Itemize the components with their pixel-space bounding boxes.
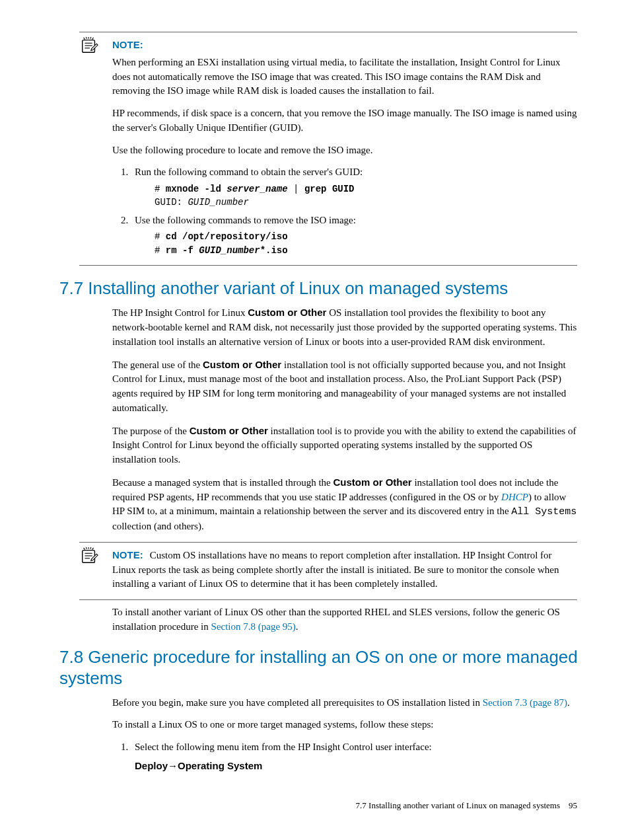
section-7-8-link[interactable]: Section 7.8 (page 95) xyxy=(211,621,296,632)
note-block-1: NOTE: When performing an ESXi installati… xyxy=(112,38,577,257)
note-label: NOTE: xyxy=(112,39,143,50)
list-text: Use the following commands to remove the… xyxy=(135,215,356,225)
note-block-2: NOTE:Custom OS installations have no mea… xyxy=(112,548,577,592)
note-label: NOTE: xyxy=(112,549,143,560)
footer-section-title: 7.7 Installing another variant of Linux … xyxy=(356,800,560,810)
section-body: Before you begin, make sure you have com… xyxy=(112,696,577,773)
section-heading-7-7: 7.7 Installing another variant of Linux … xyxy=(59,278,590,299)
note-procedure-list: Run the following command to obtain the … xyxy=(112,165,577,257)
section-heading-7-8: 7.8 Generic procedure for installing an … xyxy=(59,646,590,689)
code-block: # cd /opt/repository/iso # rm -f GUID_nu… xyxy=(155,230,577,257)
code-block: # mxnode -ld server_name | grep GUID GUI… xyxy=(155,182,577,210)
list-item: Select the following menu item from the … xyxy=(131,740,577,773)
section-body: The HP Insight Control for Linux Custom … xyxy=(112,305,577,534)
list-item: Run the following command to obtain the … xyxy=(131,165,577,209)
page-footer: 7.7 Installing another variant of Linux … xyxy=(40,800,577,812)
list-text: Run the following command to obtain the … xyxy=(135,167,363,177)
list-item: Use the following commands to remove the… xyxy=(131,213,577,257)
paragraph: The purpose of the Custom or Other insta… xyxy=(112,424,577,467)
note-icon xyxy=(79,547,99,565)
list-text: Select the following menu item from the … xyxy=(135,742,432,752)
note-paragraph: HP recommends, if disk space is a concer… xyxy=(112,106,577,135)
page-number: 95 xyxy=(569,800,577,810)
dhcp-link[interactable]: DHCP xyxy=(501,492,528,502)
paragraph: To install a Linux OS to one or more tar… xyxy=(112,718,577,732)
paragraph: Because a managed system that is install… xyxy=(112,475,577,534)
paragraph: The general use of the Custom or Other i… xyxy=(112,358,577,416)
svg-rect-4 xyxy=(83,551,95,563)
note-paragraph: NOTE:Custom OS installations have no mea… xyxy=(112,548,577,592)
note-paragraph: When performing an ESXi installation usi… xyxy=(112,56,577,98)
paragraph: The HP Insight Control for Linux Custom … xyxy=(112,305,577,349)
section-7-3-link[interactable]: Section 7.3 (page 87) xyxy=(483,697,567,708)
steps-list: Select the following menu item from the … xyxy=(112,740,577,773)
menu-path: Deploy→Operating System xyxy=(135,759,577,773)
paragraph: Before you begin, make sure you have com… xyxy=(112,696,577,710)
section-tail: To install another variant of Linux OS o… xyxy=(112,605,577,634)
note-paragraph: Use the following procedure to locate an… xyxy=(112,143,577,158)
note-icon xyxy=(79,36,99,55)
svg-rect-0 xyxy=(83,40,95,53)
paragraph: To install another variant of Linux OS o… xyxy=(112,605,577,634)
